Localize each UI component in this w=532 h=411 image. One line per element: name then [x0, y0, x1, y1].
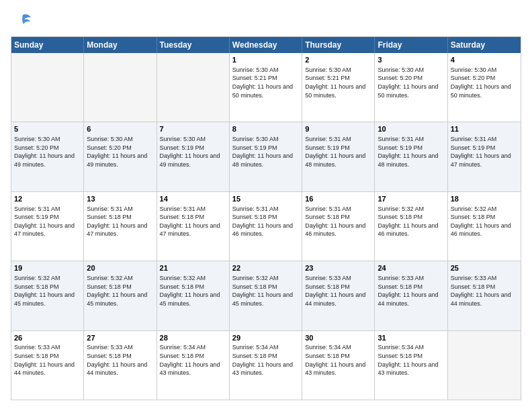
- cell-info: Sunrise: 5:32 AMSunset: 5:18 PMDaylight:…: [14, 274, 81, 308]
- cell-info: Sunrise: 5:34 AMSunset: 5:18 PMDaylight:…: [232, 343, 299, 377]
- calendar-cell: 20Sunrise: 5:32 AMSunset: 5:18 PMDayligh…: [84, 261, 157, 330]
- cell-info: Sunrise: 5:33 AMSunset: 5:18 PMDaylight:…: [378, 274, 444, 308]
- calendar-cell: 14Sunrise: 5:31 AMSunset: 5:18 PMDayligh…: [157, 192, 230, 261]
- day-number: 2: [305, 55, 371, 65]
- calendar-row: 12Sunrise: 5:31 AMSunset: 5:19 PMDayligh…: [11, 191, 521, 261]
- day-number: 4: [451, 55, 518, 65]
- weekday-header: Friday: [375, 37, 447, 53]
- calendar-cell: 9Sunrise: 5:31 AMSunset: 5:19 PMDaylight…: [302, 122, 375, 191]
- calendar-cell: 11Sunrise: 5:31 AMSunset: 5:19 PMDayligh…: [448, 122, 521, 191]
- calendar-cell: 4Sunrise: 5:30 AMSunset: 5:20 PMDaylight…: [448, 53, 521, 122]
- weekday-header: Sunday: [11, 37, 84, 53]
- day-number: 1: [232, 55, 299, 65]
- calendar-body: 1Sunrise: 5:30 AMSunset: 5:21 PMDaylight…: [11, 53, 521, 400]
- calendar-row: 19Sunrise: 5:32 AMSunset: 5:18 PMDayligh…: [11, 261, 521, 330]
- cell-info: Sunrise: 5:31 AMSunset: 5:18 PMDaylight:…: [87, 205, 153, 238]
- cell-info: Sunrise: 5:31 AMSunset: 5:19 PMDaylight:…: [378, 135, 444, 169]
- cell-info: Sunrise: 5:30 AMSunset: 5:20 PMDaylight:…: [378, 66, 444, 99]
- calendar-cell: 21Sunrise: 5:32 AMSunset: 5:18 PMDayligh…: [157, 261, 230, 330]
- cell-info: Sunrise: 5:31 AMSunset: 5:18 PMDaylight:…: [305, 205, 371, 238]
- calendar-cell: 30Sunrise: 5:34 AMSunset: 5:18 PMDayligh…: [302, 331, 375, 400]
- cell-info: Sunrise: 5:30 AMSunset: 5:20 PMDaylight:…: [14, 135, 81, 169]
- cell-info: Sunrise: 5:31 AMSunset: 5:19 PMDaylight:…: [451, 135, 518, 169]
- calendar-cell: 1Sunrise: 5:30 AMSunset: 5:21 PMDaylight…: [230, 53, 302, 122]
- calendar-cell: 7Sunrise: 5:30 AMSunset: 5:19 PMDaylight…: [157, 122, 230, 191]
- calendar-cell: [448, 331, 521, 400]
- calendar-cell: [11, 53, 84, 122]
- day-number: 23: [305, 263, 371, 273]
- day-number: 8: [232, 124, 299, 134]
- day-number: 14: [160, 194, 226, 204]
- cell-info: Sunrise: 5:31 AMSunset: 5:19 PMDaylight:…: [305, 135, 371, 169]
- day-number: 7: [160, 124, 226, 134]
- cell-info: Sunrise: 5:30 AMSunset: 5:19 PMDaylight:…: [160, 135, 226, 169]
- day-number: 17: [378, 194, 444, 204]
- day-number: 21: [160, 263, 226, 273]
- calendar-cell: 2Sunrise: 5:30 AMSunset: 5:21 PMDaylight…: [302, 53, 375, 122]
- weekday-header: Saturday: [448, 37, 521, 53]
- day-number: 19: [14, 263, 81, 273]
- cell-info: Sunrise: 5:32 AMSunset: 5:18 PMDaylight:…: [451, 205, 518, 238]
- calendar-row: 26Sunrise: 5:33 AMSunset: 5:18 PMDayligh…: [11, 330, 521, 400]
- weekday-header: Tuesday: [157, 37, 230, 53]
- calendar-cell: [84, 53, 157, 122]
- calendar-cell: 8Sunrise: 5:30 AMSunset: 5:19 PMDaylight…: [230, 122, 302, 191]
- day-number: 24: [378, 263, 444, 273]
- calendar-cell: 27Sunrise: 5:33 AMSunset: 5:18 PMDayligh…: [84, 331, 157, 400]
- cell-info: Sunrise: 5:31 AMSunset: 5:18 PMDaylight:…: [232, 205, 299, 238]
- cell-info: Sunrise: 5:33 AMSunset: 5:18 PMDaylight:…: [14, 343, 81, 377]
- calendar-cell: 6Sunrise: 5:30 AMSunset: 5:20 PMDaylight…: [84, 122, 157, 191]
- day-number: 18: [451, 194, 518, 204]
- day-number: 3: [378, 55, 444, 65]
- calendar-cell: 31Sunrise: 5:34 AMSunset: 5:18 PMDayligh…: [375, 331, 447, 400]
- calendar-row: 1Sunrise: 5:30 AMSunset: 5:21 PMDaylight…: [11, 53, 521, 122]
- calendar-cell: 22Sunrise: 5:32 AMSunset: 5:18 PMDayligh…: [230, 261, 302, 330]
- cell-info: Sunrise: 5:30 AMSunset: 5:20 PMDaylight:…: [87, 135, 153, 169]
- day-number: 28: [160, 333, 226, 343]
- logo-bird-icon: [13, 11, 32, 30]
- day-number: 16: [305, 194, 371, 204]
- day-number: 13: [87, 194, 153, 204]
- day-number: 26: [14, 333, 81, 343]
- cell-info: Sunrise: 5:33 AMSunset: 5:18 PMDaylight:…: [305, 274, 371, 308]
- cell-info: Sunrise: 5:30 AMSunset: 5:21 PMDaylight:…: [232, 66, 299, 99]
- cell-info: Sunrise: 5:32 AMSunset: 5:18 PMDaylight:…: [87, 274, 153, 308]
- day-number: 30: [305, 333, 371, 343]
- weekday-header: Wednesday: [230, 37, 302, 53]
- cell-info: Sunrise: 5:34 AMSunset: 5:18 PMDaylight:…: [305, 343, 371, 377]
- calendar-cell: [157, 53, 230, 122]
- cell-info: Sunrise: 5:32 AMSunset: 5:18 PMDaylight:…: [160, 274, 226, 308]
- cell-info: Sunrise: 5:33 AMSunset: 5:18 PMDaylight:…: [87, 343, 153, 377]
- calendar-cell: 17Sunrise: 5:32 AMSunset: 5:18 PMDayligh…: [375, 192, 447, 261]
- calendar-cell: 18Sunrise: 5:32 AMSunset: 5:18 PMDayligh…: [448, 192, 521, 261]
- day-number: 11: [451, 124, 518, 134]
- calendar-cell: 19Sunrise: 5:32 AMSunset: 5:18 PMDayligh…: [11, 261, 84, 330]
- calendar-cell: 15Sunrise: 5:31 AMSunset: 5:18 PMDayligh…: [230, 192, 302, 261]
- day-number: 27: [87, 333, 153, 343]
- cell-info: Sunrise: 5:34 AMSunset: 5:18 PMDaylight:…: [378, 343, 444, 377]
- cell-info: Sunrise: 5:32 AMSunset: 5:18 PMDaylight:…: [232, 274, 299, 308]
- calendar: SundayMondayTuesdayWednesdayThursdayFrid…: [11, 36, 521, 400]
- weekday-header: Monday: [84, 37, 157, 53]
- page: SundayMondayTuesdayWednesdayThursdayFrid…: [0, 0, 532, 411]
- calendar-cell: 29Sunrise: 5:34 AMSunset: 5:18 PMDayligh…: [230, 331, 302, 400]
- day-number: 31: [378, 333, 444, 343]
- day-number: 10: [378, 124, 444, 134]
- cell-info: Sunrise: 5:31 AMSunset: 5:19 PMDaylight:…: [14, 205, 81, 238]
- day-number: 5: [14, 124, 81, 134]
- calendar-cell: 3Sunrise: 5:30 AMSunset: 5:20 PMDaylight…: [375, 53, 447, 122]
- day-number: 12: [14, 194, 81, 204]
- calendar-cell: 13Sunrise: 5:31 AMSunset: 5:18 PMDayligh…: [84, 192, 157, 261]
- calendar-cell: 26Sunrise: 5:33 AMSunset: 5:18 PMDayligh…: [11, 331, 84, 400]
- day-number: 22: [232, 263, 299, 273]
- calendar-cell: 5Sunrise: 5:30 AMSunset: 5:20 PMDaylight…: [11, 122, 84, 191]
- cell-info: Sunrise: 5:32 AMSunset: 5:18 PMDaylight:…: [378, 205, 444, 238]
- header: [11, 11, 521, 30]
- calendar-cell: 25Sunrise: 5:33 AMSunset: 5:18 PMDayligh…: [448, 261, 521, 330]
- day-number: 25: [451, 263, 518, 273]
- calendar-cell: 16Sunrise: 5:31 AMSunset: 5:18 PMDayligh…: [302, 192, 375, 261]
- cell-info: Sunrise: 5:33 AMSunset: 5:18 PMDaylight:…: [451, 274, 518, 308]
- calendar-row: 5Sunrise: 5:30 AMSunset: 5:20 PMDaylight…: [11, 122, 521, 191]
- day-number: 9: [305, 124, 371, 134]
- calendar-cell: 10Sunrise: 5:31 AMSunset: 5:19 PMDayligh…: [375, 122, 447, 191]
